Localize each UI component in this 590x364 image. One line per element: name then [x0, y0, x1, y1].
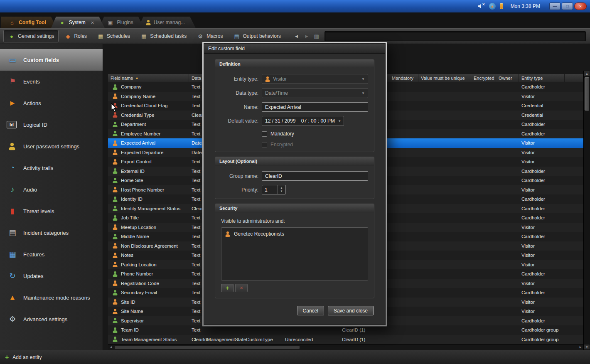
credential-icon: [113, 103, 118, 108]
volume-muted-icon[interactable]: ×: [478, 3, 485, 9]
general-settings-icon: ●: [8, 34, 15, 39]
tab-plugins[interactable]: ▣Plugins: [99, 17, 144, 28]
entity-type-cell: Cardholder: [519, 234, 565, 239]
back-arrow-icon[interactable]: ◄: [292, 33, 301, 39]
field-name-text: Notes: [121, 253, 133, 258]
chevron-down-icon[interactable]: ▼: [338, 119, 341, 123]
x-icon: ×: [240, 285, 243, 290]
column-header-encrypted[interactable]: Encrypted: [471, 74, 496, 82]
forward-arrow-icon[interactable]: ►: [302, 33, 311, 39]
table-row[interactable]: Team Management StatusClearIdManagementS…: [108, 335, 583, 344]
data-type-value: Date/Time: [265, 90, 288, 96]
cardholder-icon: [113, 197, 118, 202]
scroll-down-icon[interactable]: ▼: [584, 344, 590, 350]
horizontal-scrollbar[interactable]: ◄ ►: [108, 344, 583, 350]
tab-system[interactable]: ●System×: [51, 17, 105, 28]
hscroll-thumb[interactable]: [115, 346, 300, 349]
entity-type-cell: Cardholder: [519, 290, 565, 295]
name-input[interactable]: [262, 102, 368, 112]
column-header-field-name[interactable]: Field name▲: [108, 74, 189, 82]
table-row[interactable]: Team IDTextClearID (1)Cardholder group: [108, 325, 583, 335]
close-icon[interactable]: ×: [91, 20, 94, 25]
cancel-button[interactable]: Cancel: [297, 306, 324, 315]
cardholder-icon: [113, 234, 118, 239]
sidebar-item-threat-levels[interactable]: ▮Threat levels: [0, 200, 103, 222]
tab-config-tool[interactable]: ⌂Config Tool: [1, 17, 57, 28]
maximize-button[interactable]: □: [562, 2, 573, 10]
sidebar-item-logical-id[interactable]: IdLogical ID: [0, 114, 103, 135]
group-name-input[interactable]: [262, 171, 368, 181]
user-icon: [146, 20, 151, 25]
sidebar-item-user-password-settings[interactable]: User password settings: [0, 135, 103, 157]
toolbar-item-roles[interactable]: ◆Roles: [59, 30, 91, 42]
entity-type-cell: Cardholder: [519, 84, 565, 89]
sidebar-item-updates[interactable]: ↻Updates: [0, 265, 103, 287]
field-name-cell: Credential Type: [108, 112, 189, 118]
save-and-close-button[interactable]: Save and close: [328, 306, 374, 315]
entity-type-cell: Cardholder: [519, 197, 565, 202]
field-name-text: Credential Cloud Etag: [121, 103, 168, 108]
column-header-entity-type[interactable]: Entity type: [519, 74, 565, 82]
workspace-icon[interactable]: ▥: [313, 34, 320, 39]
sidebar-item-incident-categories[interactable]: ▤Incident categories: [0, 222, 103, 243]
priority-stepper[interactable]: ▲▼: [262, 185, 286, 194]
field-name-text: Employee Number: [121, 131, 160, 136]
priority-input[interactable]: [262, 185, 277, 194]
toolbar-item-general-settings[interactable]: ●General settings: [3, 30, 59, 42]
sidebar-item-audio[interactable]: ♪Audio: [0, 179, 103, 200]
sidebar-item-events[interactable]: ⚑Events: [0, 71, 103, 92]
edit-custom-field-dialog: Edit custom field Definition Entity type…: [202, 42, 387, 327]
sidebar-item-custom-fields[interactable]: ▭Custom fields: [0, 49, 103, 71]
field-name-cell: Meetup Location: [108, 224, 189, 230]
search-bar[interactable]: [324, 31, 586, 41]
field-name-text: Site ID: [121, 300, 135, 305]
data-type-label: Data type:: [221, 90, 258, 96]
sidebar-item-actions[interactable]: ►Actions: [0, 92, 103, 114]
dialog-title[interactable]: Edit custom field: [204, 44, 385, 54]
sidebar-item-label: Advanced settings: [23, 316, 67, 322]
minimize-button[interactable]: —: [549, 2, 560, 10]
toolbar-item-label: Output behaviors: [243, 33, 281, 39]
sidebar-item-maintenance-mode-reasons[interactable]: ▲Maintenance mode reasons: [0, 287, 103, 308]
toolbar-item-output-behaviors[interactable]: ▤Output behaviors: [229, 30, 285, 42]
cardholder-icon: [113, 122, 118, 127]
spinner-arrows-icon[interactable]: ▲▼: [277, 185, 285, 194]
visitor-icon: [113, 187, 118, 192]
vertical-scrollbar[interactable]: ▲ ▼: [583, 71, 590, 350]
entity-type-cell: Visitor: [519, 309, 565, 314]
toolbar-item-schedules[interactable]: ▦Schedules: [92, 30, 135, 42]
sidebar-item-features[interactable]: ▦Features: [0, 243, 103, 265]
administrators-list[interactable]: Genetec Receptionists: [221, 227, 368, 280]
column-header-value-must-be-unique[interactable]: Value must be unique: [418, 74, 471, 82]
scroll-up-icon[interactable]: ▲: [584, 71, 590, 76]
entity-type-cell: Visitor: [519, 300, 565, 305]
add-member-button[interactable]: +: [221, 284, 234, 292]
add-entity-button[interactable]: Add an entity: [12, 354, 42, 360]
sidebar-item-activity-trails[interactable]: ◔Activity trails: [0, 157, 103, 179]
toolbar-item-macros[interactable]: ⚙Macros: [192, 30, 227, 42]
vlc-tray-icon[interactable]: ▲: [489, 3, 496, 10]
default-value-input[interactable]: 12 / 31 / 2099 07 : 00 : 00 PM ▼: [262, 116, 344, 126]
list-item[interactable]: Genetec Receptionists: [221, 229, 368, 239]
column-header-mandatory[interactable]: Mandatory: [389, 74, 418, 82]
toolbar-item-scheduled-tasks[interactable]: ▦Scheduled tasks: [135, 30, 191, 42]
vscroll-thumb[interactable]: [585, 77, 589, 111]
sidebar-item-advanced-settings[interactable]: ⚙Advanced settings: [0, 308, 103, 330]
field-name-cell: Non Disclosure Agreement: [108, 243, 189, 248]
sidebar-item-label: Features: [23, 251, 44, 258]
user-group-icon: [225, 231, 230, 237]
security-group: Security Visible to administrators and: …: [215, 204, 374, 298]
entity-type-cell: Visitor: [519, 94, 565, 99]
clock: Mon 3:38 PM: [511, 3, 540, 9]
battery-icon[interactable]: [500, 3, 503, 9]
tab-user-manag[interactable]: User manag...: [138, 17, 196, 28]
sidebar: ▭Custom fields⚑Events►ActionsIdLogical I…: [0, 44, 103, 350]
close-button[interactable]: ×: [574, 2, 587, 10]
tab-label: System: [69, 20, 86, 25]
tab-label: User manag...: [154, 20, 185, 25]
mandatory-checkbox[interactable]: [262, 131, 267, 137]
scroll-left-icon[interactable]: ◄: [108, 345, 114, 349]
column-header-owner[interactable]: Owner: [496, 74, 519, 82]
field-name-text: Credential Type: [121, 113, 154, 118]
scroll-right-icon[interactable]: ►: [578, 345, 583, 349]
